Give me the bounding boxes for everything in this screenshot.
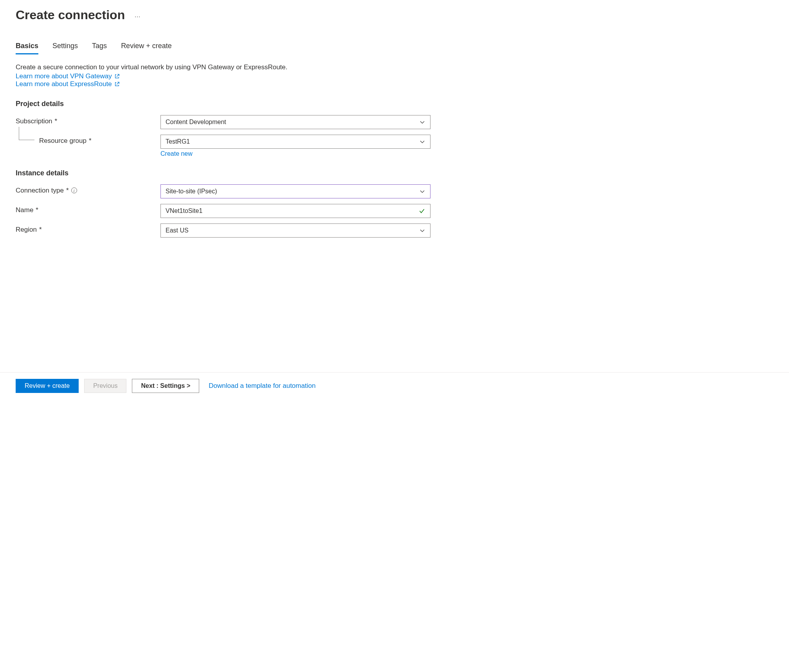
label-text: Region: [16, 226, 37, 234]
chevron-down-icon: [419, 119, 425, 125]
chevron-down-icon: [419, 139, 425, 145]
field-subscription: Subscription * Content Development: [16, 115, 773, 129]
field-name: Name * VNet1toSite1: [16, 204, 773, 218]
download-template-link[interactable]: Download a template for automation: [209, 382, 315, 390]
tab-basics[interactable]: Basics: [16, 42, 38, 54]
link-text: Learn more about VPN Gateway: [16, 72, 112, 80]
field-resource-group: Resource group * TestRG1 Create new: [16, 135, 773, 157]
field-connection-type: Connection type * i Site-to-site (IPsec): [16, 184, 773, 198]
tab-review-create[interactable]: Review + create: [121, 42, 172, 54]
section-instance-details: Instance details: [16, 169, 773, 177]
tree-indent-line: [19, 127, 34, 140]
select-value: TestRG1: [166, 138, 190, 145]
info-icon[interactable]: i: [71, 187, 77, 193]
region-select[interactable]: East US: [160, 223, 431, 238]
name-label: Name *: [16, 204, 160, 214]
required-asterisk: *: [36, 206, 38, 214]
field-region: Region * East US: [16, 223, 773, 238]
connection-type-select[interactable]: Site-to-site (IPsec): [160, 184, 431, 198]
tab-bar: Basics Settings Tags Review + create: [16, 42, 773, 54]
checkmark-icon: [418, 207, 425, 214]
required-asterisk: *: [39, 226, 42, 234]
page-header: Create connection …: [16, 8, 773, 22]
required-asterisk: *: [89, 137, 92, 145]
section-project-details: Project details: [16, 100, 773, 108]
input-value: VNet1toSite1: [166, 207, 202, 214]
intro-block: Create a secure connection to your virtu…: [16, 62, 773, 88]
chevron-down-icon: [419, 227, 425, 234]
label-text: Resource group: [39, 137, 86, 145]
learn-more-vpn-link[interactable]: Learn more about VPN Gateway: [16, 72, 120, 80]
connection-type-control: Site-to-site (IPsec): [160, 184, 431, 198]
region-label: Region *: [16, 223, 160, 234]
name-control: VNet1toSite1: [160, 204, 431, 218]
tab-settings[interactable]: Settings: [52, 42, 78, 54]
label-text: Name: [16, 206, 33, 214]
create-new-link[interactable]: Create new: [160, 150, 193, 157]
resource-group-control: TestRG1 Create new: [160, 135, 431, 157]
region-control: East US: [160, 223, 431, 238]
label-text: Subscription: [16, 117, 52, 125]
subscription-select[interactable]: Content Development: [160, 115, 431, 129]
select-value: Site-to-site (IPsec): [166, 188, 217, 195]
required-asterisk: *: [55, 117, 58, 125]
required-asterisk: *: [66, 187, 69, 195]
review-create-button[interactable]: Review + create: [16, 379, 79, 393]
intro-text: Create a secure connection to your virtu…: [16, 62, 773, 72]
connection-type-label: Connection type * i: [16, 184, 160, 195]
label-text: Connection type: [16, 187, 64, 195]
next-button[interactable]: Next : Settings >: [132, 379, 199, 393]
subscription-label: Subscription *: [16, 115, 160, 125]
previous-button[interactable]: Previous: [84, 379, 126, 393]
tab-tags[interactable]: Tags: [92, 42, 107, 54]
more-options-icon[interactable]: …: [134, 12, 141, 19]
external-link-icon: [114, 74, 120, 79]
footer-bar: Review + create Previous Next : Settings…: [0, 372, 789, 399]
select-value: East US: [166, 227, 189, 234]
resource-group-label: Resource group *: [16, 135, 160, 145]
page-title: Create connection: [16, 8, 125, 22]
chevron-down-icon: [419, 188, 425, 195]
link-text: Learn more about ExpressRoute: [16, 80, 112, 88]
external-link-icon: [114, 81, 120, 87]
subscription-control: Content Development: [160, 115, 431, 129]
select-value: Content Development: [166, 119, 226, 126]
learn-more-expressroute-link[interactable]: Learn more about ExpressRoute: [16, 80, 120, 88]
resource-group-select[interactable]: TestRG1: [160, 135, 431, 149]
name-input[interactable]: VNet1toSite1: [160, 204, 431, 218]
